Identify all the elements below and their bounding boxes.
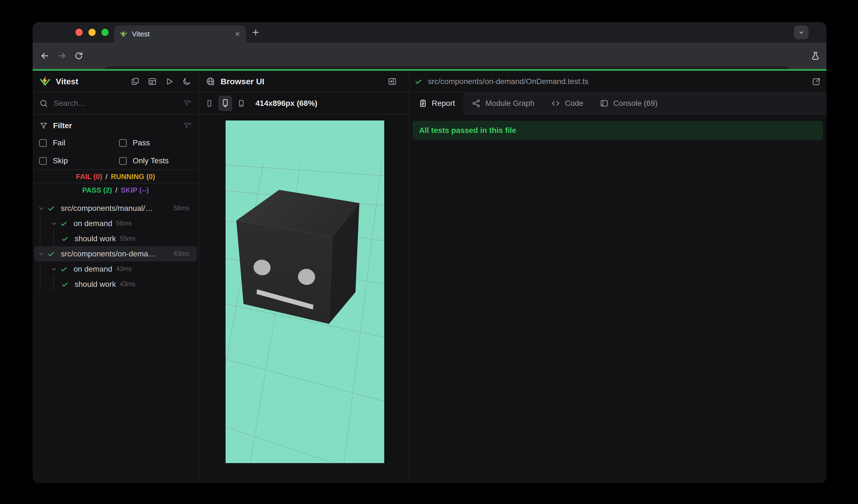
forward-button[interactable]	[57, 51, 67, 61]
clear-search-filter-icon[interactable]	[183, 99, 192, 108]
fail-count: FAIL (0)	[76, 173, 102, 181]
search-row	[33, 93, 198, 115]
filter-option-skip[interactable]: Skip	[39, 157, 119, 165]
funnel-icon	[39, 121, 48, 130]
robot-cube	[236, 190, 359, 324]
tab-code[interactable]: Code	[543, 93, 591, 114]
device-phone-dash-button[interactable]	[234, 96, 248, 111]
pass-check-icon	[61, 234, 71, 243]
tab-close-icon[interactable]	[234, 31, 240, 37]
back-button[interactable]	[40, 51, 50, 61]
globe-icon	[206, 77, 216, 86]
vitest-logo-icon	[39, 76, 51, 87]
tab-search-button[interactable]	[794, 26, 809, 39]
search-icon	[39, 99, 48, 108]
chevron-down-icon[interactable]	[37, 250, 47, 258]
sidebar-header: Vitest	[33, 71, 198, 93]
summary-row-pass-skip: PASS (2) / SKIP (--)	[33, 183, 198, 197]
checkbox-skip[interactable]	[39, 157, 47, 165]
device-phone-add-button[interactable]	[218, 96, 232, 111]
browser-ui-title: Browser UI	[221, 77, 264, 86]
report-panel: src/components/on-demand/OnDemand.test.t…	[410, 71, 826, 483]
browser-toolbar: localhost:5173/#/?file=1828625563	[33, 43, 826, 69]
app-title: Vitest	[56, 77, 78, 86]
pass-check-icon	[47, 250, 57, 258]
sidebar-content: Filter Fail Pass	[33, 115, 198, 483]
checkbox-only-tests[interactable]	[119, 157, 127, 165]
collapse-all-icon[interactable]	[130, 77, 140, 86]
pass-check-icon	[60, 220, 70, 228]
tree-row-file-on-demand[interactable]: src/components/on-dema… 43ms	[34, 246, 197, 261]
skip-count: SKIP (--)	[121, 186, 149, 195]
test-summary: FAIL (0) / RUNNING (0) PASS (2) / SKIP (…	[33, 170, 198, 197]
indent-guide	[53, 230, 54, 245]
chevron-down-icon[interactable]	[50, 220, 60, 228]
checkbox-fail[interactable]	[39, 139, 47, 147]
device-toolbar: 414x896px (68%)	[200, 93, 409, 115]
screenshot-root: Vitest	[0, 0, 858, 504]
theme-toggle-moon-icon[interactable]	[182, 77, 191, 86]
browser-window: Vitest	[33, 22, 826, 483]
filter-option-only-tests[interactable]: Only Tests	[119, 157, 192, 165]
zoom-window-button[interactable]	[101, 29, 109, 36]
viewport-size-label: 414x896px (68%)	[255, 99, 317, 108]
chevron-down-icon[interactable]	[37, 204, 47, 212]
indent-guide	[40, 215, 41, 245]
test-viewport[interactable]	[225, 120, 384, 463]
tree-row-test[interactable]: should work 55ms	[33, 231, 198, 246]
filter-title: Filter	[53, 121, 183, 130]
minimize-window-button[interactable]	[89, 29, 96, 36]
experiments-flask-icon[interactable]	[810, 51, 821, 61]
checkbox-pass[interactable]	[119, 139, 127, 147]
tab-module-graph[interactable]: Module Graph	[463, 93, 543, 114]
tab-strip: Vitest	[33, 22, 826, 43]
open-external-icon[interactable]	[812, 77, 821, 86]
search-input[interactable]	[54, 99, 183, 108]
file-pass-check-icon	[414, 77, 423, 86]
vitest-favicon-icon	[120, 30, 127, 38]
tab-title: Vitest	[132, 30, 230, 38]
dashboard-icon[interactable]	[148, 77, 157, 86]
chevron-down-icon[interactable]	[50, 265, 60, 273]
run-all-icon[interactable]	[165, 77, 174, 86]
new-tab-button[interactable]	[251, 28, 260, 37]
filter-option-fail[interactable]: Fail	[39, 139, 119, 147]
filter-option-pass[interactable]: Pass	[119, 139, 192, 147]
filter-section: Filter Fail Pass	[33, 115, 198, 170]
clear-filter-icon[interactable]	[183, 121, 192, 130]
device-phone-small-button[interactable]	[202, 96, 216, 111]
report-content: All tests passed in this file	[410, 115, 826, 483]
pass-check-icon	[47, 204, 57, 212]
browser-preview-area	[200, 115, 409, 483]
indent-guide	[40, 260, 41, 292]
report-tabs: Report Module Graph Code Console (69)	[410, 93, 826, 115]
sidebar-actions	[130, 77, 191, 86]
traffic-lights	[76, 22, 109, 43]
close-window-button[interactable]	[76, 29, 83, 36]
tree-row-test[interactable]: should work 43ms	[33, 277, 198, 292]
test-tree: src/components/manual/… 56ms on demand 5…	[33, 200, 198, 292]
sidebar: Vitest	[33, 71, 199, 483]
pass-check-icon	[60, 265, 70, 273]
tree-row-suite[interactable]: on demand 43ms	[33, 261, 198, 277]
tree-row-suite[interactable]: on demand 56ms	[33, 216, 198, 231]
browser-ui-header: Browser UI	[200, 71, 409, 93]
running-count: RUNNING (0)	[111, 173, 155, 181]
file-path: src/components/on-demand/OnDemand.test.t…	[428, 77, 588, 86]
vitest-ui: Vitest	[33, 71, 826, 483]
all-passed-banner: All tests passed in this file	[412, 121, 823, 140]
summary-row-fail-running: FAIL (0) / RUNNING (0)	[33, 170, 198, 183]
browser-tab[interactable]: Vitest	[114, 26, 246, 43]
collapse-panel-icon[interactable]	[387, 77, 397, 86]
reload-button[interactable]	[74, 51, 83, 61]
tab-console[interactable]: Console (69)	[591, 93, 666, 114]
report-header: src/components/on-demand/OnDemand.test.t…	[410, 71, 826, 93]
tab-report[interactable]: Report	[410, 93, 463, 115]
tree-row-file-manual[interactable]: src/components/manual/… 56ms	[33, 200, 198, 216]
pass-check-icon	[61, 280, 71, 289]
pass-count: PASS (2)	[82, 186, 112, 195]
browser-ui-panel: Browser UI 414x896px (68%)	[200, 71, 410, 483]
indent-guide	[53, 276, 54, 292]
